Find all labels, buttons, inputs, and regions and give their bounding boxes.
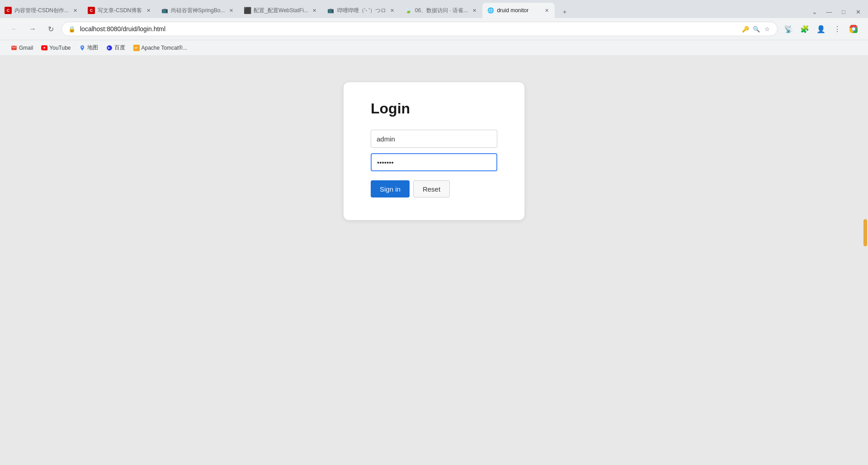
tab-6-title: 06、数据访问 · 语雀... bbox=[415, 7, 468, 14]
tomcat-favicon-icon: AT bbox=[133, 45, 140, 51]
minimize-button[interactable]: — bbox=[823, 5, 835, 18]
username-input[interactable] bbox=[371, 130, 497, 148]
address-bar-input[interactable]: 🔒 localhost:8080/druid/login.html 🔑 🔍 ☆ bbox=[61, 22, 778, 36]
toolbar-icons: 📡 🧩 👤 ⋮ bbox=[781, 22, 861, 36]
tabs-dropdown-button[interactable]: ⌄ bbox=[808, 5, 821, 18]
tab-2-favicon: C bbox=[88, 7, 95, 14]
maps-favicon-icon bbox=[79, 45, 85, 51]
tab-7-favicon: 🌐 bbox=[487, 7, 494, 14]
tab-6-favicon: 🍃 bbox=[405, 7, 412, 14]
window-controls: ⌄ — □ ✕ bbox=[805, 5, 868, 18]
password-input[interactable] bbox=[371, 153, 497, 171]
reset-button[interactable]: Reset bbox=[413, 180, 450, 197]
scrollbar[interactable] bbox=[863, 55, 868, 465]
bookmark-star-icon[interactable]: ☆ bbox=[763, 24, 772, 33]
svg-text:B: B bbox=[108, 47, 109, 49]
tab-3-favicon: 📺 bbox=[161, 7, 168, 14]
bookmark-maps[interactable]: 地图 bbox=[75, 42, 102, 53]
bookmark-youtube[interactable]: YouTube bbox=[38, 42, 74, 53]
forward-button[interactable]: → bbox=[25, 22, 40, 36]
close-button[interactable]: ✕ bbox=[852, 5, 864, 18]
bookmarks-bar: Gmail YouTube 地图 B 百度 AT Apache Tomcat®.… bbox=[0, 40, 868, 55]
login-card: Login Sign in Reset bbox=[344, 82, 524, 220]
tab-7[interactable]: 🌐 druid monitor ✕ bbox=[482, 3, 555, 18]
youtube-favicon-icon bbox=[41, 45, 47, 51]
tab-7-title: druid monitor bbox=[497, 7, 540, 14]
bookmark-gmail[interactable]: Gmail bbox=[7, 42, 37, 53]
tab-4-favicon: ⬛ bbox=[244, 7, 251, 14]
browser-frame: C 内容管理-CSDN创作... ✕ C 写文章-CSDN博客 ✕ 📺 尚硅谷雷… bbox=[0, 0, 868, 465]
form-actions: Sign in Reset bbox=[371, 180, 497, 197]
bookmark-gmail-label: Gmail bbox=[19, 45, 33, 51]
address-bar: ← → ↻ 🔒 localhost:8080/druid/login.html … bbox=[0, 18, 868, 40]
back-button[interactable]: ← bbox=[7, 22, 22, 36]
gmail-favicon-icon bbox=[11, 45, 17, 51]
key-icon[interactable]: 🔑 bbox=[741, 24, 750, 33]
tab-5-title: 哔哩哔哩（'- '）つロ bbox=[337, 7, 386, 14]
tab-5-close[interactable]: ✕ bbox=[389, 7, 396, 14]
profile-icon[interactable]: 👤 bbox=[814, 22, 828, 36]
tab-5-favicon: 📺 bbox=[327, 7, 335, 14]
bookmark-tomcat[interactable]: AT Apache Tomcat®... bbox=[130, 42, 191, 53]
reload-button[interactable]: ↻ bbox=[43, 22, 58, 36]
tab-1-title: 内容管理-CSDN创作... bbox=[14, 7, 69, 14]
bookmark-baidu[interactable]: B 百度 bbox=[103, 42, 129, 53]
tab-4-title: 配置_配置WebStatFi... bbox=[254, 7, 308, 14]
search-icon[interactable]: 🔍 bbox=[752, 24, 761, 33]
lock-icon: 🔒 bbox=[67, 24, 76, 33]
address-text: localhost:8080/druid/login.html bbox=[80, 25, 737, 33]
address-bar-icons: 🔑 🔍 ☆ bbox=[741, 24, 772, 33]
maximize-button[interactable]: □ bbox=[837, 5, 850, 18]
tab-6[interactable]: 🍃 06、数据访问 · 语雀... ✕ bbox=[401, 3, 482, 18]
tab-3-close[interactable]: ✕ bbox=[227, 7, 235, 14]
tab-4[interactable]: ⬛ 配置_配置WebStatFi... ✕ bbox=[239, 3, 322, 18]
tab-bar-actions: + bbox=[555, 5, 575, 18]
login-form: Sign in Reset bbox=[371, 130, 497, 197]
tab-3-title: 尚硅谷雷神SpringBo... bbox=[171, 7, 225, 14]
tab-6-close[interactable]: ✕ bbox=[471, 7, 478, 14]
bookmark-youtube-label: YouTube bbox=[49, 45, 71, 51]
tab-3[interactable]: 📺 尚硅谷雷神SpringBo... ✕ bbox=[156, 3, 239, 18]
bookmark-baidu-label: 百度 bbox=[114, 44, 125, 52]
tab-5[interactable]: 📺 哔哩哔哩（'- '）つロ ✕ bbox=[323, 3, 401, 18]
tab-1[interactable]: C 内容管理-CSDN创作... ✕ bbox=[0, 3, 83, 18]
scrollbar-thumb[interactable] bbox=[863, 219, 867, 246]
chrome-logo-icon bbox=[846, 22, 861, 36]
chrome-menu-icon[interactable]: ⋮ bbox=[830, 22, 844, 36]
page-content: Login Sign in Reset bbox=[0, 55, 868, 465]
tab-2[interactable]: C 写文章-CSDN博客 ✕ bbox=[83, 3, 156, 18]
cast-icon[interactable]: 📡 bbox=[781, 22, 796, 36]
tab-4-close[interactable]: ✕ bbox=[311, 7, 318, 14]
tab-2-title: 写文章-CSDN博客 bbox=[98, 7, 142, 14]
signin-button[interactable]: Sign in bbox=[371, 180, 410, 197]
svg-text:AT: AT bbox=[134, 47, 137, 49]
bookmark-maps-label: 地图 bbox=[87, 44, 98, 52]
baidu-favicon-icon: B bbox=[106, 45, 113, 51]
extensions-icon[interactable]: 🧩 bbox=[797, 22, 812, 36]
tab-1-favicon: C bbox=[5, 7, 12, 14]
tab-bar: C 内容管理-CSDN创作... ✕ C 写文章-CSDN博客 ✕ 📺 尚硅谷雷… bbox=[0, 0, 868, 18]
svg-point-1 bbox=[852, 28, 855, 31]
new-tab-button[interactable]: + bbox=[558, 5, 571, 18]
tab-7-close[interactable]: ✕ bbox=[543, 7, 550, 14]
bookmark-tomcat-label: Apache Tomcat®... bbox=[142, 45, 187, 51]
tab-1-close[interactable]: ✕ bbox=[71, 7, 79, 14]
tab-2-close[interactable]: ✕ bbox=[145, 7, 152, 14]
login-title: Login bbox=[371, 100, 497, 117]
